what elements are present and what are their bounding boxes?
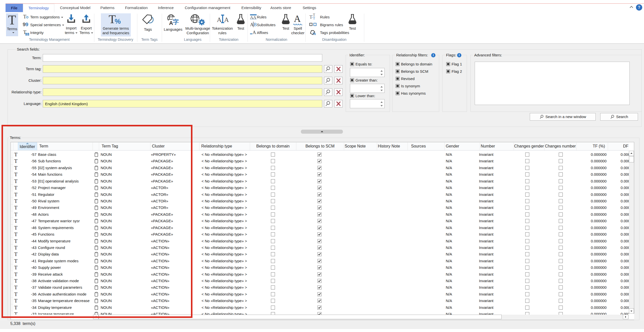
svg-text:字: 字 xyxy=(173,18,179,25)
svg-text:A: A xyxy=(169,20,173,26)
